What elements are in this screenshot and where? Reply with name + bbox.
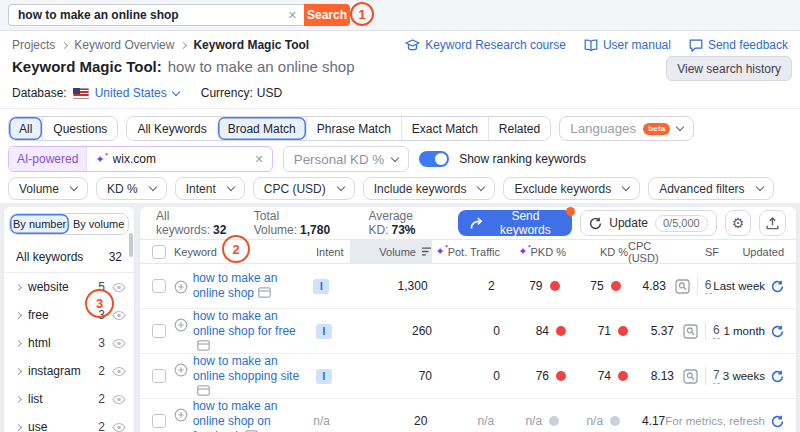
eye-icon[interactable] [112, 282, 126, 293]
filter-cpc-usd-[interactable]: CPC (USD) [253, 177, 355, 200]
updated-cell: 3 weeks [722, 370, 796, 383]
serp-card-icon[interactable] [197, 340, 210, 351]
domain-input[interactable] [107, 152, 247, 166]
filter-kd-[interactable]: KD % [96, 177, 167, 200]
keyword-link[interactable]: how to make an online shopping site [193, 354, 299, 383]
filter-exclude-keywords[interactable]: Exclude keywords [503, 177, 640, 200]
show-ranking-keywords-toggle[interactable] [419, 151, 449, 167]
breadcrumb-current: Keyword Magic Tool [193, 38, 309, 52]
keyword-group-item[interactable]: use 2 [4, 413, 134, 432]
col-volume[interactable]: Volume [350, 240, 432, 263]
personal-kd-dropdown[interactable]: Personal KD % [283, 146, 409, 172]
keyword-group-item[interactable]: instagram 2 [4, 357, 134, 385]
row-checkbox[interactable] [152, 414, 166, 428]
tab-exact-match[interactable]: Exact Match [401, 117, 488, 140]
col-cpc[interactable]: CPC (USD) [628, 240, 674, 263]
col-kd[interactable]: KD % [566, 240, 628, 263]
expand-chevron-icon[interactable] [15, 283, 22, 290]
filter-advanced-filters[interactable]: Advanced filters [648, 177, 773, 200]
keyword-group-item[interactable]: free 3 [4, 301, 134, 329]
row-checkbox[interactable] [152, 324, 166, 338]
ai-sparkle-icon: ✦ [435, 245, 444, 258]
select-all-checkbox[interactable] [152, 245, 166, 259]
chevron-down-icon [70, 183, 78, 191]
keyword-group-item[interactable]: html 3 [4, 329, 134, 357]
keyword-link[interactable]: how to make an online shop on facebook [193, 399, 278, 432]
row-checkbox[interactable] [152, 369, 166, 383]
sf-cell: 6 [674, 322, 722, 340]
tab-phrase-match[interactable]: Phrase Match [306, 117, 401, 140]
sf-count[interactable]: 6 [713, 323, 720, 339]
add-keyword-icon[interactable] [174, 318, 188, 332]
languages-dropdown[interactable]: Languages beta [559, 116, 694, 141]
tab-all[interactable]: All [9, 117, 42, 140]
view-search-history-button[interactable]: View search history [666, 56, 792, 81]
refresh-icon[interactable] [771, 415, 784, 428]
keyword-group-item[interactable]: list 2 [4, 385, 134, 413]
filter-intent[interactable]: Intent [175, 177, 245, 200]
add-keyword-icon[interactable] [174, 363, 188, 377]
divider [0, 108, 800, 109]
pkd-cell: 76 [500, 369, 566, 383]
filter-include-keywords[interactable]: Include keywords [363, 177, 496, 200]
view-by-number[interactable]: By number [10, 214, 69, 234]
col-intent[interactable]: Intent [314, 240, 350, 263]
serp-card-icon[interactable] [197, 385, 210, 396]
export-button[interactable] [759, 210, 786, 236]
col-updated[interactable]: Updated [722, 240, 796, 263]
serp-preview-icon[interactable] [683, 369, 698, 384]
keyword-link[interactable]: how to make an online shop for free [193, 309, 296, 338]
clear-domain-icon[interactable]: ✕ [247, 153, 272, 166]
refresh-icon[interactable] [771, 370, 784, 383]
refresh-icon[interactable] [771, 280, 784, 293]
col-pkd[interactable]: ✦ PKD % [500, 240, 566, 263]
eye-icon[interactable] [112, 394, 126, 405]
expand-chevron-icon[interactable] [15, 423, 22, 430]
eye-icon[interactable] [112, 422, 126, 432]
sidebar-scrollbar[interactable] [129, 233, 133, 257]
serp-preview-icon[interactable] [683, 324, 698, 339]
breadcrumb-keyword-overview[interactable]: Keyword Overview [74, 38, 174, 52]
search-button[interactable]: Search [304, 4, 350, 26]
keyword-research-course-link[interactable]: Keyword Research course [405, 38, 566, 52]
database-selector[interactable]: United States [73, 86, 179, 100]
eye-icon[interactable] [112, 366, 126, 377]
eye-icon[interactable] [112, 310, 126, 321]
keyword-group-item[interactable]: website 5 [4, 273, 134, 301]
user-manual-link[interactable]: User manual [584, 38, 671, 52]
header-links: Keyword Research course User manual Send… [405, 38, 788, 52]
search-input[interactable] [8, 4, 304, 26]
expand-chevron-icon[interactable] [15, 367, 22, 374]
sort-descending-icon [421, 247, 432, 256]
breadcrumb-row: Projects Keyword Overview Keyword Magic … [12, 38, 788, 52]
sf-count[interactable]: 6 [705, 278, 712, 294]
tab-broad-match[interactable]: Broad Match [217, 117, 306, 140]
table-row: how to make an online shop for free I 26… [140, 309, 796, 354]
expand-chevron-icon[interactable] [15, 395, 22, 402]
tab-questions[interactable]: Questions [42, 117, 117, 140]
clear-search-icon[interactable]: ✕ [288, 8, 297, 22]
add-keyword-icon[interactable] [174, 408, 188, 422]
refresh-icon[interactable] [771, 325, 784, 338]
view-by-volume[interactable]: By volume [69, 214, 128, 234]
col-sf[interactable]: SF [674, 240, 722, 263]
send-keywords-button[interactable]: Send keywords [458, 210, 573, 236]
col-pot-traffic[interactable]: ✦ Pot. Traffic [432, 240, 500, 263]
filter-volume[interactable]: Volume [8, 177, 88, 200]
volume-cell: 1,300 [347, 279, 428, 293]
book-icon [584, 39, 598, 51]
serp-card-icon[interactable] [258, 287, 271, 298]
tab-related[interactable]: Related [488, 117, 550, 140]
settings-button[interactable]: ⚙ [725, 210, 752, 236]
expand-chevron-icon[interactable] [15, 339, 22, 346]
expand-chevron-icon[interactable] [15, 311, 22, 318]
sf-count[interactable]: 7 [713, 368, 720, 384]
breadcrumb-projects[interactable]: Projects [12, 38, 55, 52]
row-checkbox[interactable] [152, 279, 166, 293]
serp-preview-icon[interactable] [675, 279, 690, 294]
update-button[interactable]: Update 0/5,000 [580, 210, 716, 236]
eye-icon[interactable] [112, 338, 126, 349]
send-feedback-link[interactable]: Send feedback [689, 38, 788, 52]
add-keyword-icon[interactable] [174, 280, 188, 294]
tab-all-keywords[interactable]: All Keywords [127, 117, 216, 140]
